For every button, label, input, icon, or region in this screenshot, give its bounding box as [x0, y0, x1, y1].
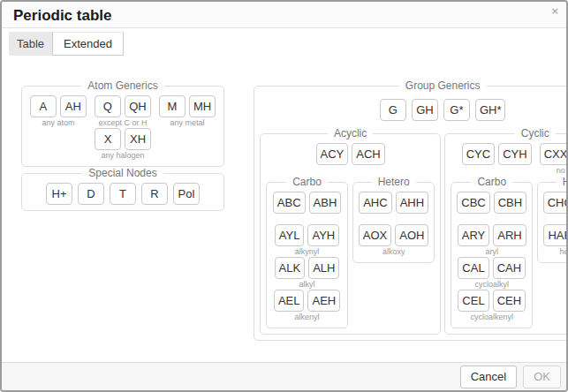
generic-button-cbh[interactable]: CBH — [494, 192, 526, 214]
pair-buttons: AAH — [30, 95, 87, 117]
atom-generics-legend: Atom Generics — [81, 79, 163, 92]
cyclic-hetero-list: CHCCHHHARHAHhetero aryl — [543, 192, 568, 257]
generic-button-gstar[interactable]: G* — [443, 99, 470, 121]
special-nodes-legend: Special Nodes — [82, 167, 163, 179]
generic-button-aox[interactable]: AOX — [359, 224, 391, 246]
close-icon[interactable]: × — [551, 5, 558, 17]
generic-button-cah[interactable]: CAH — [493, 257, 526, 279]
generic-button-aoh[interactable]: AOH — [395, 224, 428, 246]
pair-caption: hetero aryl — [560, 247, 568, 257]
pair-caption: no carbon — [557, 166, 568, 176]
generic-button-abc[interactable]: ABC — [273, 192, 306, 214]
ok-button[interactable]: OK — [523, 366, 561, 388]
pair-caption: alkynyl — [295, 247, 320, 257]
generic-button-ary[interactable]: ARY — [458, 224, 490, 246]
generic-button-gh[interactable]: GH — [412, 99, 438, 121]
right-column: Group Generics GGHG*GH* Acyclic ACYACH C… — [254, 79, 568, 362]
generic-button-har[interactable]: HAR — [543, 224, 568, 246]
button-pair: AOXAOHalkoxy — [359, 224, 429, 257]
cyclic-columns: Carbo CBCCBHARYARHarylCALCAHcycloalkylCE… — [451, 176, 568, 328]
cyclic-carbo-legend: Carbo — [471, 176, 512, 188]
pair-caption: alkoxy — [382, 247, 405, 257]
periodic-table-dialog: Periodic table × Table Extended Atom Gen… — [0, 0, 568, 392]
button-pair: XXHany halogen — [95, 128, 151, 161]
generic-button-x[interactable]: X — [95, 128, 121, 150]
generic-button-ah[interactable]: AH — [60, 95, 87, 117]
acyclic-cyclic-row: Acyclic ACYACH Carbo ABCABHAYLAYHalkynyl… — [260, 127, 568, 335]
acyclic-hetero-list: AHCAHHAOXAOHalkoxy — [359, 192, 428, 257]
special-nodes-row: H+DTRPol — [27, 183, 218, 205]
atom-generics-group: Atom Generics AAHany atomQQHexcept C or … — [21, 79, 224, 167]
generic-button-qh[interactable]: QH — [125, 95, 151, 117]
button-pair: CHCCHH — [543, 192, 568, 224]
pair-buttons: CXXCXH — [540, 143, 568, 165]
generic-button-cal[interactable]: CAL — [458, 257, 488, 279]
generic-button-alk[interactable]: ALK — [275, 257, 306, 279]
cyclic-legend: Cyclic — [515, 127, 556, 139]
generic-button-m[interactable]: M — [159, 95, 186, 117]
acyclic-top-row: ACYACH — [266, 143, 435, 176]
pair-caption: cycloalkyl — [474, 280, 509, 290]
cancel-button[interactable]: Cancel — [460, 366, 517, 388]
button-pair: ALKALHalkyl — [275, 257, 340, 290]
tab-table[interactable]: Table — [9, 32, 52, 56]
button-pair: AAHany atom — [30, 95, 87, 128]
pair-caption: alkenyl — [295, 313, 320, 322]
group-generics-legend: Group Generics — [399, 79, 487, 92]
generic-button-ahc[interactable]: AHC — [359, 192, 391, 214]
atom-generics-row-1: AAHany atomQQHexcept C or HMMHany metal — [27, 95, 218, 128]
pair-buttons: QQH — [95, 95, 151, 117]
generic-button-acy[interactable]: ACY — [316, 143, 349, 165]
generic-button-abh[interactable]: ABH — [309, 192, 342, 214]
cyclic-hetero-group: Hetero CHCCHHHARHAHhetero aryl — [537, 176, 568, 263]
generic-button-alh[interactable]: ALH — [308, 257, 339, 279]
generic-button-t[interactable]: T — [110, 183, 136, 205]
pair-caption: aryl — [485, 247, 498, 257]
generic-button-q[interactable]: Q — [95, 95, 121, 117]
generic-button-g[interactable]: G — [380, 99, 406, 121]
pair-buttons: XXH — [95, 128, 151, 150]
pair-buttons: AHCAHH — [359, 192, 428, 214]
generic-button-chc[interactable]: CHC — [543, 192, 568, 214]
group-generics-group: Group Generics GGHG*GH* Acyclic ACYACH C… — [254, 79, 568, 341]
generic-button-r[interactable]: R — [141, 183, 168, 205]
pair-buttons: CYCCYH — [462, 143, 532, 165]
cyclic-carbo-group: Carbo CBCCBHARYARHarylCALCAHcycloalkylCE… — [451, 176, 533, 328]
generic-button-arh[interactable]: ARH — [493, 224, 526, 246]
pair-buttons: ALKALH — [275, 257, 340, 279]
button-pair: CALCAHcycloalkyl — [458, 257, 526, 290]
generic-button-cyh[interactable]: CYH — [498, 143, 531, 165]
acyclic-hetero-group: Hetero AHCAHHAOXAOHalkoxy — [352, 176, 435, 263]
button-pair: CBCCBH — [457, 192, 526, 224]
button-pair: ARYARHaryl — [458, 224, 526, 257]
generic-button-cbc[interactable]: CBC — [457, 192, 489, 214]
generic-button-ael[interactable]: AEL — [274, 290, 305, 312]
pair-buttons: CHCCHH — [543, 192, 568, 214]
dialog-footer: Cancel OK — [2, 362, 566, 390]
atom-generics-row-2: XXHany halogen — [27, 128, 218, 161]
generic-button-ayl[interactable]: AYL — [275, 224, 305, 246]
generic-button-cel[interactable]: CEL — [458, 290, 488, 312]
generic-button-ayh[interactable]: AYH — [307, 224, 339, 246]
generic-button-pol[interactable]: Pol — [173, 183, 200, 205]
generic-button-aeh[interactable]: AEH — [307, 290, 340, 312]
pair-caption: cycloalkenyl — [470, 313, 513, 322]
tab-bar: Table Extended — [2, 28, 566, 56]
generic-button-cyc[interactable]: CYC — [462, 143, 495, 165]
special-nodes-group: Special Nodes H+DTRPol — [21, 167, 224, 211]
generic-button-a[interactable]: A — [30, 95, 57, 117]
generic-button-hplus[interactable]: H+ — [46, 183, 72, 205]
generic-button-ceh[interactable]: CEH — [493, 290, 526, 312]
pair-buttons: AOXAOH — [359, 224, 429, 246]
generic-button-ach[interactable]: ACH — [352, 143, 384, 165]
button-pair: AELAEHalkenyl — [274, 290, 340, 322]
generic-button-cxx[interactable]: CXX — [540, 143, 568, 165]
generic-button-ghstar[interactable]: GH* — [475, 99, 506, 121]
tab-extended[interactable]: Extended — [52, 32, 124, 56]
generic-button-d[interactable]: D — [78, 183, 104, 205]
generic-button-xh[interactable]: XH — [125, 128, 151, 150]
generic-button-ahh[interactable]: AHH — [396, 192, 428, 214]
dialog-header: Periodic table × — [2, 2, 566, 28]
cyclic-carbo-list: CBCCBHARYARHarylCALCAHcycloalkylCELCEHcy… — [457, 192, 526, 322]
generic-button-mh[interactable]: MH — [189, 95, 216, 117]
